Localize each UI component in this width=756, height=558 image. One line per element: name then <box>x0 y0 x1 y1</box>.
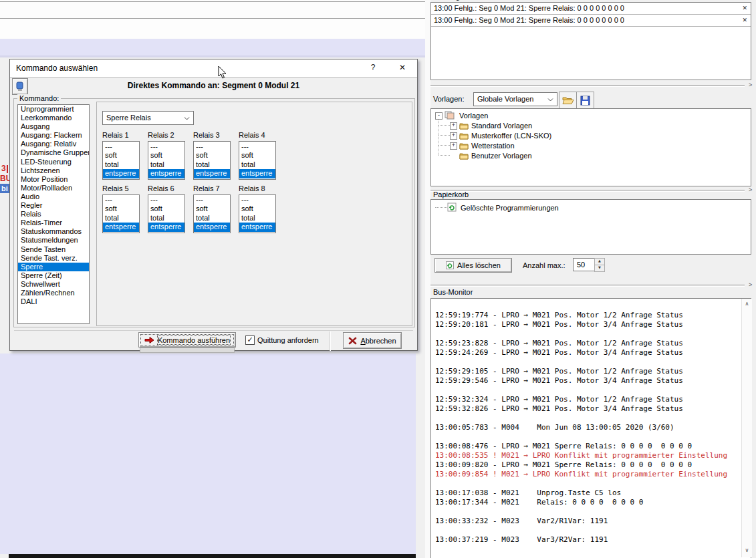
cancel-button[interactable]: Abbrechen <box>343 332 402 349</box>
tree-item-label[interactable]: Musterkoffer (LCN-SKO) <box>471 131 551 140</box>
relais-option[interactable]: soft <box>194 204 230 213</box>
tree-item-label[interactable]: Benutzer Vorlagen <box>471 151 532 160</box>
relais-listbox[interactable]: ---softtotalentsperre <box>193 194 231 233</box>
relais-option[interactable]: --- <box>194 142 230 151</box>
relais-option[interactable]: total <box>239 160 275 169</box>
relais-option[interactable]: --- <box>103 196 139 204</box>
relais-option[interactable]: total <box>194 160 230 169</box>
pane-splitter-vertical[interactable] <box>425 0 430 558</box>
message-close-icon[interactable]: ✕ <box>742 3 747 14</box>
spin-down-icon[interactable]: ▼ <box>594 265 605 272</box>
relais-listbox[interactable]: ---softtotalentsperre <box>239 194 276 233</box>
tree-root-label[interactable]: Vorlagen <box>459 111 488 120</box>
relais-option[interactable]: soft <box>103 151 139 160</box>
command-item[interactable]: Ausgang: Relativ <box>18 140 89 148</box>
delete-all-button[interactable]: Alles löschen <box>434 258 512 273</box>
ack-checkbox-label[interactable]: Quittung anfordern <box>257 336 319 344</box>
splitter-vorlagen[interactable]: > <box>430 188 756 194</box>
command-item[interactable]: Sende Tast. verz. <box>18 254 89 263</box>
relais-option[interactable]: --- <box>239 196 275 204</box>
command-item[interactable]: Ausgang: Flackern <box>18 131 89 140</box>
command-item[interactable]: Motor/Rollladen <box>18 184 89 192</box>
command-item[interactable]: Unprogrammiert <box>18 105 89 114</box>
relais-option[interactable]: soft <box>148 204 184 213</box>
relais-listbox[interactable]: ---softtotalentsperre <box>102 141 140 180</box>
command-item[interactable]: Statuskommandos <box>18 227 89 236</box>
save-template-button[interactable] <box>576 92 594 109</box>
command-item[interactable]: Statusmeldungen <box>18 236 89 245</box>
expand-icon[interactable]: + <box>450 142 457 150</box>
command-item[interactable]: Sende Tasten <box>18 245 89 254</box>
relais-option[interactable]: --- <box>148 142 184 151</box>
messages-list[interactable]: 13:00 Fehlg.: Seg 0 Mod 21: Sperre Relai… <box>430 2 751 80</box>
splitter-collapse-icon[interactable]: > <box>749 186 752 193</box>
relais-listbox[interactable]: ---softtotalentsperre <box>239 141 276 180</box>
command-item[interactable]: Relais-Timer <box>18 219 89 227</box>
execute-command-button[interactable]: Kommando ausführen <box>138 332 236 347</box>
relais-option[interactable]: entsperre <box>194 169 230 178</box>
relais-option[interactable]: entsperre <box>194 223 230 231</box>
command-item[interactable]: Sperre (Zeit) <box>18 271 89 280</box>
relais-option[interactable]: entsperre <box>103 169 139 178</box>
collapse-icon[interactable]: - <box>435 112 443 120</box>
close-button[interactable]: ✕ <box>396 63 408 72</box>
relais-option[interactable]: entsperre <box>239 223 275 231</box>
relais-option[interactable]: entsperre <box>103 223 139 231</box>
command-item[interactable]: Leerkommando <box>18 114 89 122</box>
command-item[interactable]: LED-Steuerung <box>18 158 89 166</box>
help-button[interactable]: ? <box>367 63 379 72</box>
command-item[interactable]: Schwellwert <box>18 280 89 289</box>
splitter-papierkorb[interactable]: > <box>430 283 756 289</box>
relais-option[interactable]: total <box>103 160 139 169</box>
subtype-select[interactable]: Sperre Relais <box>102 111 194 125</box>
relais-option[interactable]: --- <box>239 142 275 151</box>
expand-icon[interactable]: + <box>450 122 457 130</box>
relais-option[interactable]: soft <box>239 151 275 160</box>
open-template-button[interactable] <box>559 92 577 109</box>
command-item[interactable]: Audio <box>18 192 89 201</box>
dialog-titlebar[interactable]: Kommando auswählen ? ✕ <box>10 59 417 78</box>
relais-option[interactable]: total <box>148 214 184 223</box>
tree-item-label[interactable]: Wetterstation <box>471 141 515 150</box>
relais-listbox[interactable]: ---softtotalentsperre <box>148 194 185 233</box>
expand-icon[interactable]: + <box>450 132 457 140</box>
tree-item-label[interactable]: Standard Vorlagen <box>471 121 532 130</box>
splitter-collapse-icon[interactable]: > <box>749 281 752 288</box>
splitter-messages[interactable]: > <box>430 83 756 89</box>
relais-option[interactable]: --- <box>148 196 184 204</box>
relais-option[interactable]: entsperre <box>148 169 184 178</box>
relais-option[interactable]: total <box>103 214 139 223</box>
relais-listbox[interactable]: ---softtotalentsperre <box>193 141 231 180</box>
papierkorb-tree[interactable]: Gelöschte Programmierungen <box>430 199 751 255</box>
command-item[interactable]: Zählen/Rechnen <box>18 289 89 297</box>
message-close-icon[interactable]: ✕ <box>742 15 747 26</box>
command-item[interactable]: Relais <box>18 210 89 219</box>
command-item[interactable]: Lichtszenen <box>18 166 89 175</box>
relais-option[interactable]: total <box>148 160 184 169</box>
command-listbox[interactable]: UnprogrammiertLeerkommandoAusgangAusgang… <box>17 104 90 324</box>
relais-option[interactable]: soft <box>194 151 230 160</box>
vorlagen-select[interactable]: Globale Vorlagen <box>473 92 557 106</box>
relais-option[interactable]: total <box>194 214 230 223</box>
command-item[interactable]: Sperre <box>18 263 89 271</box>
message-row[interactable]: 13:00 Fehlg.: Seg 0 Mod 21: Sperre Relai… <box>431 3 751 15</box>
relais-listbox[interactable]: ---softtotalentsperre <box>102 194 140 233</box>
scroll-down-icon[interactable]: ∨ <box>742 545 752 556</box>
relais-option[interactable]: soft <box>103 204 139 213</box>
ack-checkbox[interactable]: ✓ <box>245 335 255 345</box>
vorlagen-tree[interactable]: - Vorlagen +Standard Vorlagen+Musterkoff… <box>430 108 751 186</box>
relais-option[interactable]: entsperre <box>239 169 275 178</box>
papierkorb-item-label[interactable]: Gelöschte Programmierungen <box>461 204 559 212</box>
command-item[interactable]: DALI <box>18 297 89 306</box>
message-row[interactable]: 13:00 Fehlg.: Seg 0 Mod 21: Sperre Relai… <box>431 15 751 27</box>
relais-option[interactable]: total <box>239 214 275 223</box>
command-item[interactable]: Ausgang <box>18 122 89 131</box>
relais-option[interactable]: soft <box>148 151 184 160</box>
splitter-collapse-icon[interactable]: > <box>749 82 752 88</box>
scroll-up-icon[interactable]: ∧ <box>742 299 752 309</box>
command-item[interactable]: Regler <box>18 201 89 210</box>
relais-listbox[interactable]: ---softtotalentsperre <box>148 141 185 180</box>
max-count-stepper[interactable]: ▲ ▼ <box>594 258 605 272</box>
relais-option[interactable]: soft <box>239 204 275 213</box>
command-item[interactable]: Dynamische Gruppen <box>18 148 89 157</box>
